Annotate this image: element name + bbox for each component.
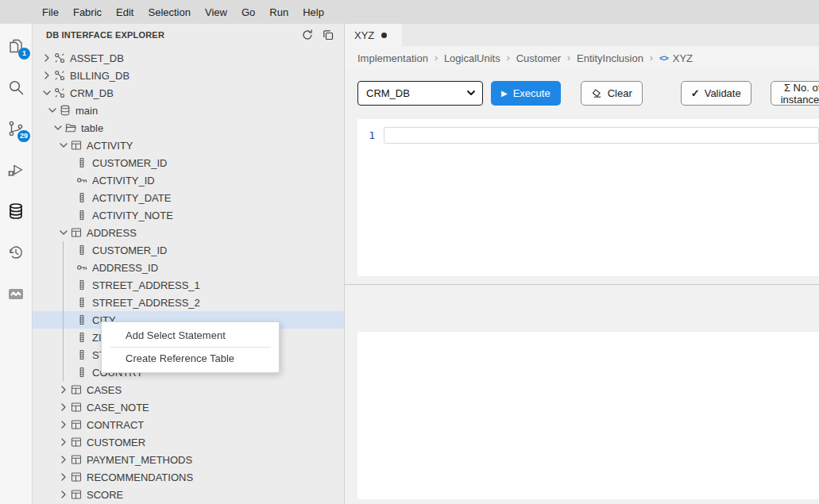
column-icon bbox=[75, 331, 88, 344]
tree-item-address_id[interactable]: ADDRESS_ID bbox=[33, 259, 344, 276]
crumb-logicalunits[interactable]: LogicalUnits bbox=[444, 52, 500, 64]
db-select[interactable]: CRM_DB bbox=[357, 81, 483, 106]
crumb-implementation[interactable]: Implementation bbox=[357, 52, 428, 64]
tree-item-label: RECOMMENDATIONS bbox=[87, 471, 193, 483]
chevron-down-icon[interactable] bbox=[46, 104, 59, 117]
chevron-right-icon[interactable] bbox=[57, 436, 70, 448]
tree-item-activity_note[interactable]: ACTIVITY_NOTE bbox=[33, 206, 344, 224]
search-icon[interactable] bbox=[6, 78, 25, 97]
table-icon bbox=[70, 418, 83, 431]
column-icon bbox=[75, 279, 88, 291]
key-icon bbox=[75, 261, 88, 274]
db-connection-icon bbox=[53, 87, 66, 99]
tree-item-activity_id[interactable]: ACTIVITY_ID bbox=[33, 171, 344, 189]
menu-fabric[interactable]: Fabric bbox=[66, 3, 109, 21]
menu-edit[interactable]: Edit bbox=[109, 3, 141, 21]
menu-go[interactable]: Go bbox=[234, 3, 262, 21]
tree-item-payment_methods[interactable]: PAYMENT_METHODS bbox=[33, 451, 344, 468]
table-icon bbox=[70, 453, 83, 466]
table-icon bbox=[70, 471, 83, 483]
crumb-xyz[interactable]: XYZ bbox=[673, 52, 693, 64]
crumb-entityinclusion[interactable]: EntityInclusion bbox=[577, 52, 643, 64]
tree-item-label: main bbox=[75, 105, 98, 117]
chevron-down-icon[interactable] bbox=[57, 139, 70, 152]
activity-bar: 129 bbox=[0, 24, 33, 504]
tree-item-main[interactable]: main bbox=[33, 102, 344, 119]
execute-button[interactable]: ▶ Execute bbox=[491, 81, 561, 106]
chevron-right-icon[interactable] bbox=[57, 453, 70, 466]
chevron-right-icon[interactable] bbox=[41, 69, 53, 82]
table-icon bbox=[70, 139, 83, 152]
menu-file[interactable]: File bbox=[35, 3, 66, 21]
crumb-customer[interactable]: Customer bbox=[516, 52, 561, 64]
database-icon[interactable] bbox=[6, 202, 25, 221]
query-toolbar: CRM_DB ▶ Execute Clear ✓ V bbox=[357, 81, 819, 106]
chevron-spacer bbox=[63, 366, 75, 379]
run-debug-icon[interactable] bbox=[6, 160, 25, 179]
context-menu: Add Select StatementCreate Reference Tab… bbox=[101, 321, 280, 373]
chevron-right-icon[interactable] bbox=[57, 418, 70, 431]
breadcrumb-separator-icon: › bbox=[435, 52, 438, 63]
panel-divider[interactable] bbox=[345, 284, 819, 285]
chevron-spacer bbox=[63, 156, 75, 169]
column-icon bbox=[75, 296, 88, 309]
chevron-right-icon[interactable] bbox=[57, 401, 70, 414]
clear-button[interactable]: Clear bbox=[581, 81, 643, 106]
refresh-icon[interactable] bbox=[301, 29, 314, 41]
column-icon bbox=[75, 244, 88, 256]
tree-item-label: SCORE bbox=[87, 489, 123, 501]
tree-item-cases[interactable]: CASES bbox=[33, 381, 344, 398]
chevron-spacer bbox=[63, 314, 75, 326]
chevron-right-icon[interactable] bbox=[41, 52, 53, 64]
source-control-icon[interactable]: 29 bbox=[6, 119, 25, 138]
extension-tile-icon[interactable] bbox=[6, 284, 25, 303]
chevron-down-icon[interactable] bbox=[41, 87, 53, 99]
tree-item-activity[interactable]: ACTIVITY bbox=[33, 137, 344, 154]
tree-item-label: PAYMENT_METHODS bbox=[87, 454, 192, 466]
tree-item-label: BILLING_DB bbox=[70, 70, 129, 82]
tree-item-customer[interactable]: CUSTOMER bbox=[33, 433, 344, 451]
menu-selection[interactable]: Selection bbox=[141, 3, 197, 21]
chevron-right-icon[interactable] bbox=[57, 383, 70, 396]
tree-item-crm_db[interactable]: CRM_DB bbox=[33, 84, 344, 102]
tab-xyz[interactable]: XYZ bbox=[345, 24, 402, 46]
tree-item-customer_id[interactable]: CUSTOMER_ID bbox=[33, 241, 344, 259]
explorer-icon[interactable]: 1 bbox=[6, 37, 25, 56]
tree-item-label: CRM_DB bbox=[70, 87, 114, 99]
statement-input[interactable] bbox=[384, 127, 819, 144]
tree-item-score[interactable]: SCORE bbox=[33, 486, 344, 503]
chevron-down-icon[interactable] bbox=[52, 121, 64, 134]
no-of-instances-button[interactable]: Σ No. of instances bbox=[771, 81, 819, 106]
tree-item-label: CUSTOMER bbox=[87, 437, 145, 448]
chevron-down-icon[interactable] bbox=[57, 226, 70, 239]
db-tree: ASSET_DBBILLING_DBCRM_DBmaintableACTIVIT… bbox=[33, 46, 344, 504]
tree-item-billing_db[interactable]: BILLING_DB bbox=[33, 67, 344, 84]
tree-item-street_address_1[interactable]: STREET_ADDRESS_1 bbox=[33, 276, 344, 294]
menu-help[interactable]: Help bbox=[296, 3, 331, 21]
tree-item-street_address_2[interactable]: STREET_ADDRESS_2 bbox=[33, 294, 344, 311]
sidebar-title: DB INTERFACE EXPLORER bbox=[46, 30, 301, 40]
collapse-all-icon[interactable] bbox=[322, 29, 334, 41]
tree-item-activity_date[interactable]: ACTIVITY_DATE bbox=[33, 189, 344, 206]
validate-button[interactable]: ✓ Validate bbox=[681, 81, 751, 106]
tree-item-label: ACTIVITY bbox=[87, 140, 133, 152]
chevron-right-icon[interactable] bbox=[57, 488, 70, 501]
tree-item-customer_id[interactable]: CUSTOMER_ID bbox=[33, 154, 344, 171]
tree-item-contract[interactable]: CONTRACT bbox=[33, 416, 344, 433]
chevron-right-icon[interactable] bbox=[57, 471, 70, 483]
badge-explorer: 1 bbox=[18, 48, 30, 60]
tree-item-table[interactable]: table bbox=[33, 119, 344, 137]
menu-view[interactable]: View bbox=[198, 3, 234, 21]
workbench: 129 DB INTERFACE EXPLORER ASSET_DBBILLIN… bbox=[0, 24, 819, 504]
tree-item-label: STREET_ADDRESS_1 bbox=[92, 279, 200, 291]
folder-icon bbox=[64, 121, 77, 134]
tree-item-case_note[interactable]: CASE_NOTE bbox=[33, 398, 344, 416]
tree-item-address[interactable]: ADDRESS bbox=[33, 224, 344, 241]
context-menu-item-add-select-statement[interactable]: Add Select Statement bbox=[102, 325, 279, 346]
tree-item-asset_db[interactable]: ASSET_DB bbox=[33, 49, 344, 67]
tree-item-label: ACTIVITY_NOTE bbox=[92, 210, 173, 221]
history-icon[interactable] bbox=[6, 243, 25, 262]
tree-item-recommendations[interactable]: RECOMMENDATIONS bbox=[33, 468, 344, 486]
context-menu-item-create-reference-table[interactable]: Create Reference Table bbox=[102, 348, 279, 369]
menu-run[interactable]: Run bbox=[262, 3, 296, 21]
